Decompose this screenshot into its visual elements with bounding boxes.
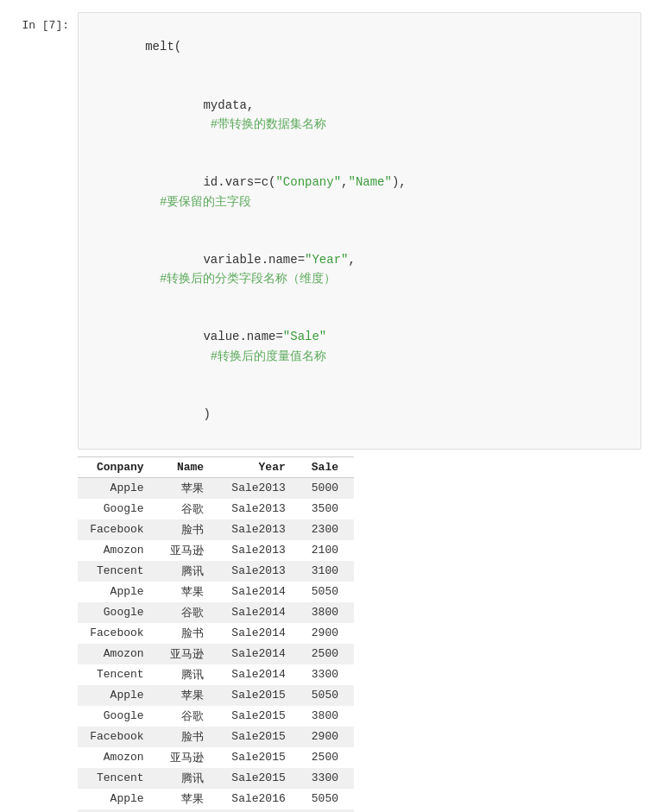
table-row: Tencent腾讯Sale20143300 [78, 664, 354, 685]
table-header-row: Conpany Name Year Sale [78, 456, 354, 477]
comment-4: #转换后的度量值名称 [145, 349, 326, 363]
table-cell-15-2: Sale2016 [219, 789, 301, 809]
table-row: Google谷歌Sale20133500 [78, 499, 354, 519]
table-cell-8-3: 2500 [301, 644, 354, 664]
table-cell-4-1: 腾讯 [160, 561, 220, 582]
table-cell-0-1: 苹果 [160, 477, 220, 499]
col-header-name: Name [160, 456, 220, 477]
code-string-year: "Year" [305, 253, 348, 267]
table-cell-16-3: 3800 [301, 809, 354, 812]
code-close: ) [145, 407, 211, 421]
table-row: Tencent腾讯Sale20133100 [78, 561, 354, 582]
table-cell-13-1: 亚马逊 [160, 747, 220, 768]
table-cell-5-3: 5050 [301, 582, 354, 602]
table-row: Apple苹果Sale20145050 [78, 582, 354, 602]
table-cell-5-1: 苹果 [160, 582, 220, 602]
table-cell-12-3: 2900 [301, 727, 354, 747]
table-cell-0-0: Apple [78, 477, 160, 499]
table-cell-14-1: 腾讯 [160, 768, 220, 789]
table-cell-3-1: 亚马逊 [160, 540, 220, 561]
table-cell-2-0: Facebook [78, 519, 160, 540]
table-row: Facebook脸书Sale20142900 [78, 623, 354, 644]
output-cell: Conpany Name Year Sale Apple苹果Sale201350… [0, 456, 650, 812]
table-cell-11-3: 3800 [301, 706, 354, 727]
comment-2: #要保留的主字段 [145, 195, 251, 209]
table-cell-9-1: 腾讯 [160, 664, 220, 685]
table-cell-12-0: Facebook [78, 727, 160, 747]
table-cell-8-1: 亚马逊 [160, 644, 220, 664]
col-header-year: Year [219, 456, 301, 477]
table-cell-11-0: Google [78, 706, 160, 727]
table-cell-15-3: 5050 [301, 789, 354, 809]
table-cell-3-3: 2100 [301, 540, 354, 561]
code-cell: In [7]: melt( mydata, #带转换的数据集名称 id.vars… [0, 9, 650, 453]
table-cell-4-0: Tencent [78, 561, 160, 582]
code-content[interactable]: melt( mydata, #带转换的数据集名称 id.vars=c("Conp… [78, 12, 641, 450]
table-cell-8-2: Sale2014 [219, 644, 301, 664]
table-cell-5-0: Apple [78, 582, 160, 602]
code-valname: value.name= [145, 330, 283, 343]
table-row: Apple苹果Sale20165050 [78, 789, 354, 809]
table-cell-9-3: 3300 [301, 664, 354, 685]
code-melt: melt( [145, 40, 181, 54]
comment-1: #带转换的数据集名称 [145, 117, 326, 131]
table-body: Apple苹果Sale20135000Google谷歌Sale20133500F… [78, 477, 354, 812]
data-table: Conpany Name Year Sale Apple苹果Sale201350… [78, 456, 354, 812]
table-cell-11-1: 谷歌 [160, 706, 220, 727]
table-cell-12-1: 脸书 [160, 727, 220, 747]
table-cell-2-1: 脸书 [160, 519, 220, 540]
output-content: Conpany Name Year Sale Apple苹果Sale201350… [78, 456, 641, 812]
table-cell-1-2: Sale2013 [219, 499, 301, 519]
table-row: Amozon亚马逊Sale20152500 [78, 747, 354, 768]
code-string-conpany: "Conpany" [275, 175, 341, 189]
table-row: Google谷歌Sale20153800 [78, 706, 354, 727]
table-cell-3-2: Sale2013 [219, 540, 301, 561]
code-mydata: mydata, [145, 98, 254, 112]
table-cell-4-3: 3100 [301, 561, 354, 582]
table-cell-12-2: Sale2015 [219, 727, 301, 747]
comment-3: #转换后的分类字段名称（维度） [145, 272, 336, 286]
code-line-3: id.vars=c("Conpany","Name"), #要保留的主字段 [87, 154, 632, 231]
table-cell-10-1: 苹果 [160, 685, 220, 706]
cell-in-label: In [7]: [0, 12, 78, 35]
table-cell-16-0: Google [78, 809, 160, 812]
table-cell-14-3: 3300 [301, 768, 354, 789]
table-cell-16-2: Sale2016 [219, 809, 301, 812]
table-cell-15-0: Apple [78, 789, 160, 809]
code-line-4: variable.name="Year", #转换后的分类字段名称（维度） [87, 230, 632, 308]
code-string-name: "Name" [348, 175, 391, 189]
table-row: Facebook脸书Sale20132300 [78, 519, 354, 540]
table-cell-0-2: Sale2013 [219, 477, 301, 499]
col-header-sale: Sale [301, 456, 354, 477]
table-cell-2-2: Sale2013 [219, 519, 301, 540]
table-cell-7-1: 脸书 [160, 623, 220, 644]
table-cell-13-2: Sale2015 [219, 747, 301, 768]
table-row: Apple苹果Sale20155050 [78, 685, 354, 706]
table-cell-14-2: Sale2015 [219, 768, 301, 789]
table-cell-16-1: 谷歌 [160, 809, 220, 812]
table-row: Amozon亚马逊Sale20142500 [78, 644, 354, 664]
table-cell-7-0: Facebook [78, 623, 160, 644]
table-cell-14-0: Tencent [78, 768, 160, 789]
table-cell-5-2: Sale2014 [219, 582, 301, 602]
code-line-6: ) [87, 385, 632, 443]
code-line-5: value.name="Sale" #转换后的度量值名称 [87, 308, 632, 386]
table-cell-9-0: Tencent [78, 664, 160, 685]
table-cell-1-0: Google [78, 499, 160, 519]
table-row: Apple苹果Sale20135000 [78, 477, 354, 499]
table-cell-13-0: Amozon [78, 747, 160, 768]
notebook: In [7]: melt( mydata, #带转换的数据集名称 id.vars… [0, 0, 650, 812]
code-line-1: melt( [87, 18, 632, 76]
table-cell-9-2: Sale2014 [219, 664, 301, 685]
table-cell-6-1: 谷歌 [160, 602, 220, 623]
col-header-conpany: Conpany [78, 456, 160, 477]
code-idvars: id.vars=c( [145, 175, 275, 189]
table-cell-1-1: 谷歌 [160, 499, 220, 519]
table-cell-2-3: 2300 [301, 519, 354, 540]
code-line-2: mydata, #带转换的数据集名称 [87, 76, 632, 154]
table-cell-11-2: Sale2015 [219, 706, 301, 727]
table-cell-7-3: 2900 [301, 623, 354, 644]
table-cell-6-3: 3800 [301, 602, 354, 623]
table-row: Google谷歌Sale20163800 [78, 809, 354, 812]
table-cell-10-3: 5050 [301, 685, 354, 706]
